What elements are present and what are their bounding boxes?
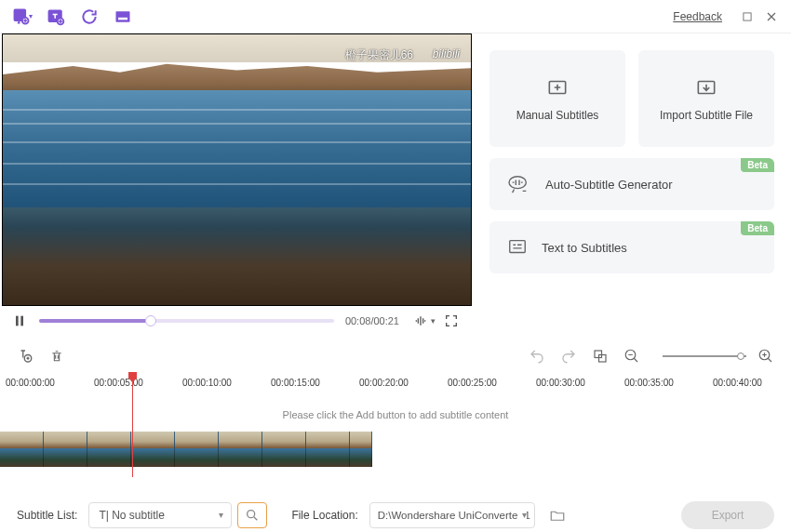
zoom-in-icon[interactable] — [756, 346, 776, 366]
ruler-tick: 00:00:30:00 — [536, 378, 585, 388]
timeline-thumbnails[interactable] — [0, 432, 791, 467]
file-location-value: D:\Wondershare UniConverter 1 — [378, 510, 530, 521]
add-subtitle-icon[interactable] — [15, 346, 35, 366]
auto-subtitle-label: Auto-Subtitle Generator — [545, 178, 673, 192]
redo-icon[interactable] — [558, 346, 579, 366]
zoom-out-icon[interactable] — [622, 346, 642, 366]
beta-badge: Beta — [741, 158, 774, 172]
ruler-tick: 00:00:25:00 — [448, 378, 497, 388]
add-media-icon[interactable]: ▾ — [9, 4, 35, 30]
crop-icon[interactable] — [590, 346, 610, 366]
fullscreen-icon[interactable] — [441, 311, 462, 331]
svg-rect-6 — [744, 12, 751, 20]
video-preview[interactable]: 橙子果密儿66 bilibili — [2, 33, 472, 306]
video-column: 橙子果密儿66 bilibili 00:08/00:21 ▾ — [0, 33, 473, 337]
subtitle-tool-icon[interactable] — [110, 4, 136, 30]
playhead[interactable] — [132, 372, 133, 477]
subtitle-options-sidebar: Manual Subtitles Import Subtitle File Be… — [473, 33, 791, 337]
svg-rect-8 — [20, 316, 23, 326]
svg-rect-5 — [118, 17, 127, 20]
video-progress-bar[interactable] — [39, 319, 334, 323]
svg-rect-14 — [595, 351, 602, 358]
ruler-tick: 00:00:15:00 — [271, 378, 320, 388]
subtitle-list-select[interactable]: T| No subtitle — [88, 502, 232, 528]
svg-point-11 — [509, 177, 526, 189]
ruler-tick: 00:00:10:00 — [182, 378, 232, 388]
undo-icon[interactable] — [527, 346, 547, 366]
ruler-tick: 00:00:35:00 — [624, 378, 674, 388]
top-toolbar: ▾ Feedback — [0, 0, 791, 33]
close-icon[interactable] — [761, 7, 782, 27]
subtitle-list-label: Subtitle List: — [17, 509, 77, 522]
text-to-subtitles-card[interactable]: Beta Text to Subtitles — [489, 221, 774, 273]
toolbelt — [0, 342, 791, 370]
ruler-tick: 00:00:40:00 — [713, 378, 762, 388]
text-to-subtitles-label: Text to Subtitles — [542, 241, 627, 255]
svg-point-18 — [248, 510, 255, 517]
bottom-bar: Subtitle List: T| No subtitle File Locat… — [0, 490, 791, 532]
refresh-icon[interactable] — [76, 4, 102, 30]
pause-button[interactable] — [9, 311, 30, 331]
manual-subtitles-card[interactable]: Manual Subtitles — [489, 50, 625, 147]
ruler-tick: 00:00:00:00 — [6, 378, 55, 388]
export-button[interactable]: Export — [681, 501, 774, 529]
ruler-tick: 00:00:20:00 — [359, 378, 409, 388]
video-time-display: 00:08/00:21 — [345, 315, 399, 326]
svg-rect-4 — [116, 11, 130, 22]
manual-subtitles-label: Manual Subtitles — [516, 109, 599, 122]
svg-rect-7 — [16, 316, 19, 326]
chevron-down-icon[interactable]: ▾ — [431, 316, 436, 326]
import-subtitle-label: Import Subtitle File — [660, 109, 753, 122]
main-content: 橙子果密儿66 bilibili 00:08/00:21 ▾ — [0, 33, 791, 337]
timeline-hint: Please click the Add button to add subti… — [0, 392, 791, 432]
subtitle-value: T| No subtitle — [99, 509, 164, 522]
file-location-label: File Location: — [291, 509, 357, 522]
video-controls: 00:08/00:21 ▾ — [0, 307, 473, 335]
search-button[interactable] — [237, 502, 267, 528]
file-location-select[interactable]: D:\Wondershare UniConverter 1 — [369, 502, 535, 528]
feedback-link[interactable]: Feedback — [673, 10, 722, 23]
folder-icon[interactable] — [544, 502, 570, 528]
watermark-bilibili: bilibili — [433, 47, 460, 60]
import-subtitle-card[interactable]: Import Subtitle File — [638, 50, 774, 147]
auto-subtitle-card[interactable]: Beta Auto-Subtitle Generator — [489, 158, 774, 210]
audio-settings-icon[interactable] — [410, 311, 431, 331]
timeline-ruler[interactable]: 00:00:00:00 00:00:05:00 00:00:10:00 00:0… — [0, 370, 791, 392]
timeline[interactable]: 00:00:00:00 00:00:05:00 00:00:10:00 00:0… — [0, 370, 791, 477]
delete-icon[interactable] — [47, 346, 67, 366]
svg-rect-15 — [599, 355, 607, 363]
zoom-slider[interactable] — [663, 355, 746, 357]
svg-rect-12 — [510, 241, 526, 253]
beta-badge: Beta — [741, 221, 774, 235]
watermark-cn: 橙子果密儿66 — [345, 47, 413, 63]
export-label: Export — [712, 509, 744, 522]
add-text-icon[interactable] — [43, 4, 69, 30]
maximize-icon[interactable] — [737, 7, 757, 27]
